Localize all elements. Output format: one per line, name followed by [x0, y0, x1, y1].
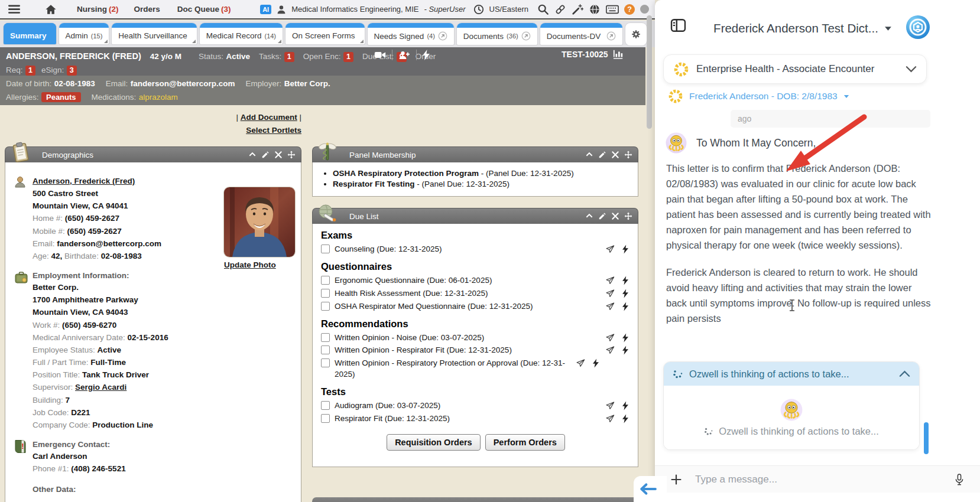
- lightning-icon[interactable]: [622, 302, 628, 311]
- popout-icon[interactable]: [521, 31, 531, 41]
- send-icon[interactable]: [605, 245, 615, 254]
- edit-pencil-icon[interactable]: [598, 212, 606, 220]
- close-icon[interactable]: [611, 212, 619, 220]
- nav-doc-queue[interactable]: Doc Queue(3): [177, 5, 231, 14]
- tasks-count-badge[interactable]: 1: [284, 52, 294, 62]
- thinking-card-header[interactable]: Ozwell is thinking of actions to take...: [664, 362, 919, 386]
- nav-nursing[interactable]: Nursing(2): [77, 5, 119, 14]
- lightning-icon[interactable]: [622, 333, 628, 343]
- ozwell-logo-icon[interactable]: [906, 15, 930, 40]
- allergy-chip[interactable]: Peanuts: [41, 92, 81, 102]
- send-icon[interactable]: [605, 276, 615, 285]
- tab-count: (14): [264, 32, 276, 40]
- close-icon[interactable]: [611, 151, 619, 159]
- lightning-icon[interactable]: [622, 401, 628, 410]
- esign-count-badge[interactable]: 3: [67, 66, 77, 76]
- help-icon[interactable]: ?: [624, 4, 635, 15]
- checkbox[interactable]: [321, 414, 330, 423]
- wand-icon[interactable]: [572, 4, 583, 15]
- lightning-icon[interactable]: [622, 245, 628, 254]
- lightning-icon[interactable]: [622, 414, 628, 423]
- medication-value[interactable]: alprazolam: [139, 93, 178, 102]
- send-icon[interactable]: [605, 401, 615, 410]
- requisition-orders-button[interactable]: Requisition Orders: [387, 434, 481, 451]
- open-enc-count-badge[interactable]: 1: [343, 52, 353, 62]
- keyboard-icon[interactable]: [606, 3, 619, 16]
- edit-pencil-icon[interactable]: [261, 151, 270, 159]
- send-icon[interactable]: [605, 302, 615, 311]
- patient-name-link[interactable]: Anderson, Frederick (Fred): [33, 177, 135, 185]
- send-icon[interactable]: [605, 289, 615, 298]
- edit-pencil-icon[interactable]: [598, 151, 606, 159]
- lightning-icon[interactable]: [622, 345, 628, 355]
- message-input[interactable]: [694, 473, 880, 486]
- supervisor-link[interactable]: Sergio Acardi: [75, 383, 126, 392]
- checkbox[interactable]: [321, 289, 330, 298]
- field-value: 42,: [51, 252, 63, 260]
- lightning-icon[interactable]: [622, 289, 628, 298]
- tab-needs-signed[interactable]: Needs Signed(4): [368, 23, 454, 45]
- ai-badge[interactable]: AI: [260, 5, 271, 14]
- tab-summary[interactable]: Summary: [4, 23, 56, 44]
- lightning-icon[interactable]: [593, 358, 599, 368]
- patient-name[interactable]: ANDERSON, FREDERICK (FRED): [6, 51, 141, 61]
- checkbox[interactable]: [321, 302, 330, 311]
- collapse-icon[interactable]: [585, 212, 593, 220]
- popout-icon[interactable]: [606, 31, 616, 41]
- update-photo-link[interactable]: Update Photo: [224, 260, 276, 269]
- move-icon[interactable]: [287, 151, 296, 159]
- tab-medical-record[interactable]: Medical Record(14): [200, 23, 283, 44]
- conversation-selector[interactable]: Frederick Anderson Test Dict...: [690, 21, 915, 35]
- home-icon[interactable]: [45, 4, 57, 15]
- checkbox[interactable]: [321, 345, 330, 354]
- collapse-icon[interactable]: [248, 151, 257, 159]
- add-document-link[interactable]: Add Document: [241, 113, 297, 122]
- lightning-icon[interactable]: [423, 50, 430, 60]
- perform-orders-button[interactable]: Perform Orders: [485, 434, 565, 451]
- nav-orders[interactable]: Orders: [134, 5, 162, 14]
- chevron-up-icon[interactable]: [899, 370, 910, 377]
- send-icon[interactable]: [576, 358, 585, 368]
- checkbox[interactable]: [321, 401, 330, 410]
- tab-documents[interactable]: Documents(36): [457, 23, 537, 45]
- back-arrow-icon[interactable]: [639, 483, 657, 496]
- tab-on-screen-forms[interactable]: On Screen Forms: [285, 23, 365, 44]
- req-count-badge[interactable]: 1: [25, 66, 35, 76]
- tab-admin[interactable]: Admin(15): [59, 23, 109, 44]
- checkbox[interactable]: [321, 358, 330, 367]
- checkbox[interactable]: [321, 333, 330, 342]
- close-icon[interactable]: [274, 151, 283, 159]
- plus-icon[interactable]: [670, 474, 682, 485]
- chat-scrollbar-thumb[interactable]: [924, 422, 929, 454]
- send-icon[interactable]: [605, 345, 615, 355]
- globe-icon[interactable]: [589, 4, 601, 15]
- checkbox[interactable]: [321, 276, 330, 285]
- popout-icon[interactable]: [438, 31, 447, 41]
- menu-icon[interactable]: [8, 4, 20, 15]
- encounter-selector[interactable]: Enterprise Health - Associate Encounter: [663, 54, 927, 84]
- send-icon[interactable]: [605, 414, 615, 423]
- send-icon[interactable]: [605, 333, 615, 343]
- select-portlets-link[interactable]: Select Portlets: [246, 126, 301, 135]
- collapse-icon[interactable]: [585, 151, 593, 159]
- patient-context-selector[interactable]: Frederick Anderson - DOB: 2/8/1983: [668, 89, 849, 104]
- checkbox[interactable]: [321, 245, 330, 253]
- mic-icon[interactable]: [954, 472, 965, 487]
- timezone-label[interactable]: US/Eastern: [489, 5, 528, 14]
- move-icon[interactable]: [624, 151, 632, 159]
- bar-chart-icon[interactable]: [613, 49, 624, 60]
- video-camera-icon[interactable]: [374, 49, 386, 61]
- panel-toggle-icon[interactable]: [670, 18, 686, 32]
- tab-documents-dv[interactable]: Documents-DV: [540, 23, 623, 45]
- tab-settings-button[interactable]: [625, 23, 647, 45]
- main-scrollbar-thumb[interactable]: [647, 15, 652, 129]
- move-icon[interactable]: [624, 212, 632, 220]
- lightning-icon[interactable]: [622, 276, 628, 285]
- sun-icon: [668, 89, 683, 104]
- search-icon[interactable]: [537, 4, 549, 15]
- due-section-heading: Questionnaires: [321, 261, 631, 272]
- link-icon[interactable]: [554, 4, 566, 15]
- add-person-icon[interactable]: [398, 49, 410, 61]
- field-label: Position Title:: [33, 370, 80, 379]
- tab-health-surveillance[interactable]: Health Surveillance: [112, 23, 196, 44]
